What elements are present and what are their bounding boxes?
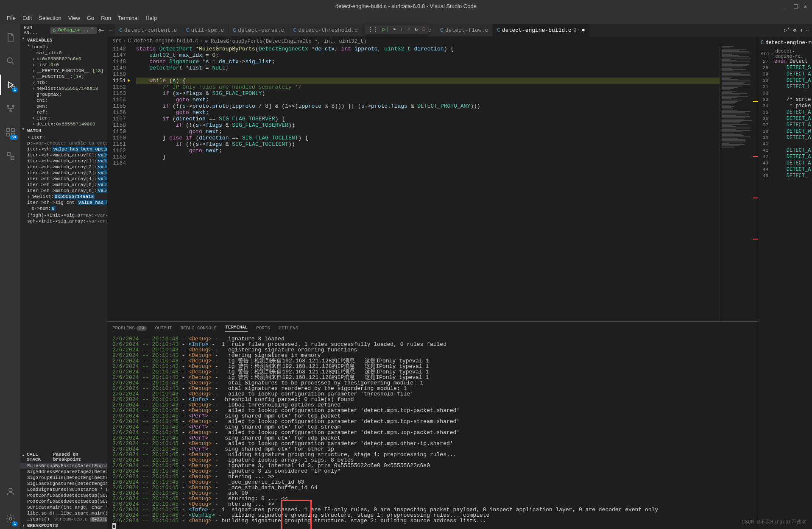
terminal[interactable]: 2/6/2024 -- 20:10:43 - <Debug> - ignatur… xyxy=(107,334,758,529)
panel-tab-output[interactable]: OUTPUT xyxy=(155,326,172,331)
variable-item[interactable]: max_idx: 0 xyxy=(20,50,107,56)
menu-selection[interactable]: Selection xyxy=(35,15,64,21)
watch-item[interactable]: iter->sh->match_array[1]: value h… xyxy=(20,158,107,164)
side-breadcrumb[interactable]: src›detect-engine-re… xyxy=(758,49,812,58)
variable-item[interactable]: own: xyxy=(20,103,107,109)
variable-item[interactable]: › iter: xyxy=(20,115,107,121)
variable-item[interactable]: › __PRETTY_FUNCTION__: [18] xyxy=(20,68,107,74)
callstack-frame[interactable]: _start() stream-tcp.c 6423:1 xyxy=(20,516,107,522)
svg-rect-5 xyxy=(7,128,10,131)
run-icon[interactable]: ▷˅ xyxy=(784,27,790,33)
editor-tab[interactable]: C detect-content.c xyxy=(115,24,182,36)
breadcrumb[interactable]: src›C detect-engine-build.c›⊕ RulesGroup… xyxy=(107,36,758,46)
watch-item[interactable]: iter->sh->sig_cnt: value has been… xyxy=(20,200,107,206)
breadcrumb-item[interactable]: C detect-engine-build.c xyxy=(128,38,198,44)
menu-help[interactable]: Help xyxy=(142,15,160,21)
watch-item[interactable]: (*sgh)->init->sig_array: -var-cr… xyxy=(20,212,107,218)
more-icon[interactable]: ⋯ xyxy=(101,28,104,33)
breadcrumb-item[interactable]: src xyxy=(112,38,122,44)
callstack-section[interactable]: ˅CALL STACKPaused on breakpoint xyxy=(20,451,107,463)
split-icon[interactable]: ⫞ xyxy=(800,27,802,33)
code-editor[interactable]: 1142114711481149115011511152115311541155… xyxy=(107,46,758,321)
watch-item[interactable]: › iter: xyxy=(20,134,107,140)
watch-item[interactable]: sgh->init->sig_array: -var-create… xyxy=(20,218,107,224)
gear-icon[interactable]: ⚙ xyxy=(98,28,101,33)
callstack-frame[interactable]: SigGroupBuild(DetectEngineCtx * de_ xyxy=(20,475,107,481)
explorer-icon[interactable] xyxy=(0,27,20,47)
watch-item[interactable]: iter->sh->match_array[5]: value h… xyxy=(20,182,107,188)
more-icon[interactable]: ⋯ xyxy=(806,27,809,33)
panel-tab-terminal[interactable]: TERMINAL xyxy=(225,325,248,332)
callstack-frame[interactable]: libc.so.6!__libc_start_main(int (*) xyxy=(20,510,107,516)
callstack-frame[interactable]: PostConfLoadedDetectSetup(SCInstanc xyxy=(20,493,107,498)
variable-item[interactable]: ref: xyxy=(20,109,107,115)
variable-item[interactable]: › de_ctx: 0x555557149980 xyxy=(20,121,107,127)
callstack-frame[interactable]: RulesGroupByPorts(DetectEngineCtx * xyxy=(20,463,107,469)
panel-tabs: PROBLEMS29OUTPUTDEBUG CONSOLETERMINALPOR… xyxy=(107,322,758,334)
close-button[interactable]: × xyxy=(804,3,809,8)
watch-item[interactable]: iter->sh->match_array[6]: value h… xyxy=(20,188,107,194)
search-icon[interactable] xyxy=(0,51,20,71)
watch-item[interactable]: p: -var-create: unable to create ... xyxy=(20,140,107,146)
ext-badge: 54 xyxy=(10,135,18,140)
activity-bar: 1 54 1 xyxy=(0,24,20,529)
panel-tab-debug-console[interactable]: DEBUG CONSOLE xyxy=(180,326,217,331)
watch-item[interactable]: iter->sh->match_array[0]: value h… xyxy=(20,152,107,158)
maximize-button[interactable]: ☐ xyxy=(793,3,798,8)
menu-go[interactable]: Go xyxy=(84,15,98,21)
variable-item[interactable]: › s: 0x55555622c6e0 xyxy=(20,56,107,62)
run-panel-header: RUN AN... ▷ DeBug_su... ˅ ⚙ ⋯ xyxy=(20,24,107,36)
editor-tab[interactable]: C detect-parse.c xyxy=(229,24,289,36)
breadcrumb-item[interactable]: ⊕ RulesGroupByPorts(DetectEngineCtx *, i… xyxy=(205,38,367,45)
editor-tab[interactable]: C detect-engine-build.c 9+ ● xyxy=(493,24,590,36)
watch-section[interactable]: ˅WATCH xyxy=(20,127,107,134)
menu-file[interactable]: File xyxy=(3,15,19,21)
variable-item[interactable]: cnt: xyxy=(20,97,107,103)
breakpoints-section[interactable]: ›BREAKPOINTS xyxy=(20,522,107,529)
source-control-icon[interactable] xyxy=(0,98,20,119)
breadcrumb-item[interactable]: src xyxy=(761,51,769,56)
tab-placeholder[interactable]: ⋯ xyxy=(107,24,115,36)
panel-tab-ports[interactable]: PORTS xyxy=(256,326,270,331)
svg-rect-10 xyxy=(11,156,14,159)
editor-tab[interactable]: C detect-flow.c xyxy=(436,24,493,36)
menu-view[interactable]: View xyxy=(65,15,84,21)
debug-config-selector[interactable]: ▷ DeBug_su... ˅ xyxy=(50,27,97,34)
variables-section[interactable]: ˅VARIABLES xyxy=(20,36,107,44)
menu-run[interactable]: Run xyxy=(98,15,114,21)
variable-item[interactable]: › list: 0x0 xyxy=(20,62,107,68)
menu-terminal[interactable]: Terminal xyxy=(114,15,142,21)
minimize-button[interactable]: – xyxy=(783,3,788,8)
callstack-frame[interactable]: LoadSignatures(SCInstance * suri, S xyxy=(20,487,107,493)
callstack-frame[interactable]: SigAddressPrepareStage2(DetectEngin xyxy=(20,469,107,475)
editor-area: ⋯ C detect-content.cC util-spm.cC detect… xyxy=(107,24,812,529)
watch-item[interactable]: s->num: 0 xyxy=(20,206,107,212)
variable-item[interactable]: › htb: xyxy=(20,80,107,86)
callstack-frame[interactable]: PostConfLoadedDetectSetup(SCInstanc xyxy=(20,498,107,504)
watch-item[interactable]: iter->sh->match_array[4]: value h… xyxy=(20,176,107,182)
gear-icon[interactable]: ⚙ xyxy=(793,27,796,33)
callstack-frame[interactable]: SuricataMain(int argc, char ** argv xyxy=(20,504,107,510)
testing-icon[interactable] xyxy=(0,146,20,166)
locals-header[interactable]: ˅Locals xyxy=(20,44,107,50)
breadcrumb-item[interactable]: detect-engine-re… xyxy=(775,49,809,59)
side-tab[interactable]: Cdetect-engine-regist… xyxy=(758,36,812,49)
accounts-icon[interactable] xyxy=(0,482,20,502)
variable-item[interactable]: › __FUNCTION__: [18] xyxy=(20,74,107,80)
menu-edit[interactable]: Edit xyxy=(19,15,35,21)
watch-item[interactable]: iter->sh: value has been optimize… xyxy=(20,146,107,152)
watch-item[interactable]: › newlist: 0x55555714aa18 xyxy=(20,194,107,200)
editor-tab[interactable]: C util-spm.c xyxy=(182,24,229,36)
variable-item[interactable]: › newlist: 0x55555714aa18 xyxy=(20,86,107,92)
panel-tab-problems[interactable]: PROBLEMS29 xyxy=(112,326,147,331)
editor-tab[interactable]: C detect-threshold.c xyxy=(289,24,363,36)
extensions-icon[interactable]: 54 xyxy=(0,122,20,142)
watch-item[interactable]: iter->sh->match_array[3]: value h… xyxy=(20,170,107,176)
panel-tab-gitlens[interactable]: GITLENS xyxy=(279,326,298,331)
variable-item[interactable]: groupmax: xyxy=(20,92,107,97)
settings-icon[interactable]: 1 xyxy=(0,509,20,529)
watch-item[interactable]: iter->sh->match_array[2]: value h… xyxy=(20,164,107,170)
minimap[interactable] xyxy=(720,46,758,321)
run-debug-icon[interactable]: 1 xyxy=(0,75,20,95)
callstack-frame[interactable]: SigLoadSignatures(DetectEngineCtx * xyxy=(20,481,107,487)
